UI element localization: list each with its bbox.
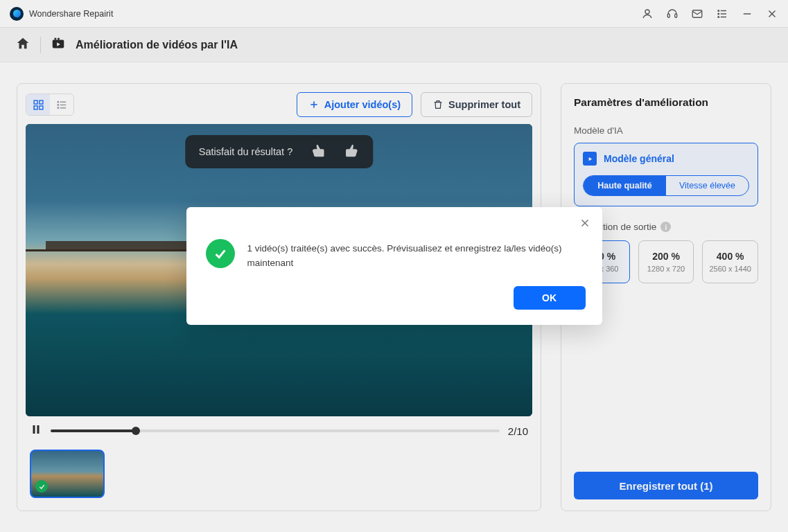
modal-ok-label: OK bbox=[542, 292, 557, 303]
success-modal: 1 vidéo(s) traitée(s) avec succès. Prévi… bbox=[186, 207, 602, 325]
modal-message: 1 vidéo(s) traitée(s) avec succès. Prévi… bbox=[247, 239, 583, 271]
modal-ok-button[interactable]: OK bbox=[514, 286, 586, 310]
check-circle-icon bbox=[206, 239, 235, 268]
modal-close-icon[interactable] bbox=[579, 217, 591, 232]
modal-backdrop: 1 vidéo(s) traitée(s) avec succès. Prévi… bbox=[0, 0, 788, 532]
